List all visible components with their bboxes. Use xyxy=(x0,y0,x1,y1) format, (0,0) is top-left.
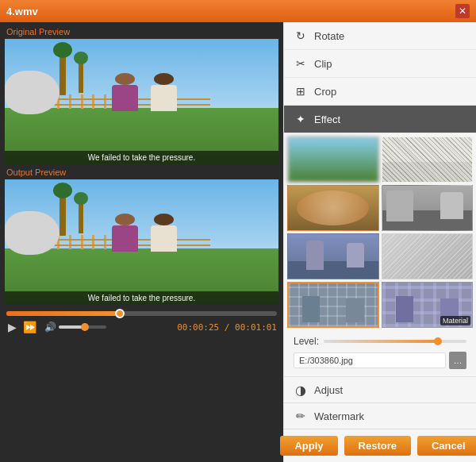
fence-post xyxy=(104,94,106,110)
play-button[interactable]: ▶ xyxy=(6,321,18,333)
step-forward-button[interactable]: ⏩ xyxy=(21,321,38,333)
tree-1-out xyxy=(60,192,66,236)
action-row: Apply Restore Cancel xyxy=(284,429,476,462)
rotate-icon: ↻ xyxy=(294,29,308,43)
fence-post xyxy=(69,235,71,250)
fence-post xyxy=(92,235,94,250)
title-bar: 4.wmv ✕ xyxy=(0,0,476,22)
person2-head-out xyxy=(154,214,174,225)
nav-item-adjust[interactable]: ◑ Adjust xyxy=(284,376,476,402)
effect-thumb-warm[interactable] xyxy=(287,185,379,231)
level-row: Level: xyxy=(287,333,473,350)
adjust-icon: ◑ xyxy=(294,383,308,397)
filepath-row: … xyxy=(287,350,473,372)
subtitle: We failed to take the pressure. xyxy=(5,151,278,164)
time-display: 00:00:25 / 00:01:01 xyxy=(177,322,277,333)
nav-item-rotate[interactable]: ↻ Rotate xyxy=(284,22,476,50)
filepath-browse-button[interactable]: … xyxy=(449,352,466,369)
effect-icon: ✦ xyxy=(294,112,308,126)
progress-thumb[interactable] xyxy=(115,309,125,318)
subtitle-out: We failed to take the pressure. xyxy=(5,291,278,305)
nav-item-clip[interactable]: ✂ Clip xyxy=(284,50,476,78)
crop-label: Crop xyxy=(314,86,336,98)
adjust-label: Adjust xyxy=(314,384,343,396)
person1-head-out xyxy=(115,214,135,225)
fence-post xyxy=(92,94,94,110)
effect-thumb-sketch[interactable] xyxy=(382,137,474,183)
effect-thumb-mosaic[interactable] xyxy=(287,282,379,328)
original-preview-label: Original Preview xyxy=(5,27,278,37)
level-thumb[interactable] xyxy=(434,337,442,345)
person-2 xyxy=(147,73,179,121)
level-track[interactable] xyxy=(324,340,466,343)
rotate-label: Rotate xyxy=(314,30,344,42)
output-label-text: Preview xyxy=(35,167,66,177)
fence-post xyxy=(81,235,83,250)
person-1-out xyxy=(109,214,141,261)
volume-thumb[interactable] xyxy=(81,323,89,331)
right-panel: ↻ Rotate ✂ Clip ⊞ Crop ✦ Effect xyxy=(283,22,476,462)
volume-track[interactable] xyxy=(59,325,106,329)
effect-grid: Material xyxy=(287,137,473,328)
tree-1 xyxy=(60,52,66,95)
fence-post xyxy=(69,94,71,110)
original-scene: We failed to take the pressure. xyxy=(5,39,278,164)
playback-controls: ▶ ⏩ 🔊 00:00:25 / 00:01:01 xyxy=(5,308,278,337)
transport-row: ▶ ⏩ 🔊 00:00:25 / 00:01:01 xyxy=(6,321,277,333)
restore-button[interactable]: Restore xyxy=(344,436,411,456)
person1-body-out xyxy=(112,225,138,252)
person-1 xyxy=(109,73,141,121)
left-panel: Original Preview xyxy=(0,22,283,462)
clip-label: Clip xyxy=(314,58,332,70)
effect-thumb-blocks[interactable]: Material xyxy=(382,282,474,328)
person-2-out xyxy=(147,214,179,261)
volume-control: 🔊 xyxy=(44,321,106,333)
effect-label-material: Material xyxy=(440,316,470,325)
effect-thumb-emboss[interactable] xyxy=(382,233,474,279)
progress-fill xyxy=(6,311,120,316)
close-button[interactable]: ✕ xyxy=(455,4,470,18)
tree-2 xyxy=(79,58,83,93)
filepath-input[interactable] xyxy=(294,352,446,368)
nav-item-watermark[interactable]: ✏ Watermark xyxy=(284,402,476,429)
output-preview-label: Output Preview xyxy=(5,167,278,177)
effect-thumb-grayscale[interactable] xyxy=(382,185,474,231)
crop-icon: ⊞ xyxy=(294,84,308,98)
output-video-preview: We failed to take the pressure. xyxy=(5,179,278,305)
level-label: Level: xyxy=(294,336,319,347)
volume-icon: 🔊 xyxy=(44,321,56,333)
watermark-icon: ✏ xyxy=(294,409,308,423)
person2-body xyxy=(151,85,177,111)
nav-item-crop[interactable]: ⊞ Crop xyxy=(284,78,476,106)
tree-2-out xyxy=(79,198,83,233)
effect-thumb-blur[interactable] xyxy=(287,137,379,183)
apply-button[interactable]: Apply xyxy=(280,436,337,456)
person2-body-out xyxy=(151,225,177,252)
horse-out xyxy=(5,211,60,255)
clip-icon: ✂ xyxy=(294,56,308,71)
original-video-preview: We failed to take the pressure. xyxy=(5,39,278,164)
person1-head xyxy=(115,73,135,85)
nav-item-effect[interactable]: ✦ Effect xyxy=(284,106,476,133)
cancel-button[interactable]: Cancel xyxy=(417,436,476,456)
effect-panel: Material Level: … xyxy=(284,133,476,376)
effect-thumb-cool[interactable] xyxy=(287,233,379,279)
progress-bar[interactable] xyxy=(6,311,277,316)
person1-body xyxy=(112,85,138,111)
level-fill xyxy=(324,340,438,343)
output-scene: We failed to take the pressure. xyxy=(5,179,278,305)
effect-label: Effect xyxy=(314,114,340,125)
window-title: 4.wmv xyxy=(6,6,38,17)
watermark-label: Watermark xyxy=(314,410,364,422)
person2-head xyxy=(154,73,174,85)
fence-post xyxy=(81,94,83,110)
horse xyxy=(5,71,60,114)
fence-post xyxy=(104,235,106,250)
main-container: Original Preview xyxy=(0,22,476,462)
